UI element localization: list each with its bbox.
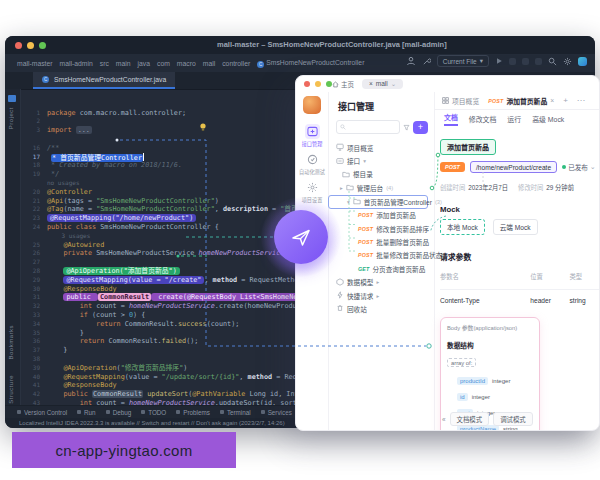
chevron-down-icon[interactable]: ▾ (347, 199, 350, 205)
debug-icon[interactable] (509, 58, 516, 65)
tool-window-button[interactable]: Debug (106, 409, 132, 416)
local-mock-chip[interactable]: 本地 Mock (440, 219, 485, 235)
tree-item[interactable]: 回收站 (328, 302, 434, 315)
overview-icon (442, 97, 449, 104)
doc-tab-3[interactable]: 运行 (507, 114, 521, 124)
run-config-dropdown[interactable]: Current File ▾ (437, 55, 489, 67)
debug-mode-button[interactable]: 调试模式 (493, 412, 533, 426)
breadcrumb-item[interactable]: java (138, 60, 150, 67)
doc-tab-1[interactable]: 文档 (444, 112, 458, 126)
line-number: 22 (20, 205, 47, 214)
tree-item[interactable]: 接口▾ (328, 154, 434, 167)
collapse-icon[interactable]: « (442, 416, 446, 423)
tab-endpoint[interactable]: POST 添加首页新品 × (488, 96, 554, 106)
breadcrumb-item[interactable]: mall (203, 60, 215, 67)
tree-item[interactable]: 快捷请求▸ (328, 289, 434, 302)
tool-window-button[interactable]: Terminal (220, 409, 251, 416)
ide-toolbar: Current File ▾ (406, 55, 587, 67)
wrench-icon[interactable] (422, 57, 431, 66)
param-row: Content-Typeheaderstring (440, 289, 599, 304)
tool-window-bookmarks[interactable]: Bookmarks (8, 325, 14, 360)
window-controls[interactable] (304, 81, 332, 87)
user-icon[interactable] (406, 56, 416, 66)
tree-item-label: 快捷请求 (347, 291, 373, 301)
model-icon (336, 278, 344, 287)
search-input[interactable] (336, 120, 400, 134)
tool-icon (176, 410, 180, 414)
publish-status[interactable]: 已发布 ⌄ (562, 162, 595, 172)
close-window-icon[interactable] (304, 81, 310, 87)
line-number: 24 (20, 223, 47, 232)
chevron-icon[interactable]: ▸ (376, 279, 379, 285)
mock-chips: 本地 Mock 云端 Mock (440, 219, 599, 235)
search-icon[interactable] (548, 57, 557, 66)
maximize-window-icon[interactable] (39, 42, 46, 49)
minimize-window-icon[interactable] (27, 42, 34, 49)
avatar[interactable] (578, 57, 587, 66)
get-method-tag: GET (358, 266, 370, 272)
breadcrumb-item[interactable]: com (157, 60, 170, 67)
filter-icon[interactable] (403, 124, 410, 131)
breadcrumb-item[interactable]: mall-admin (60, 60, 93, 67)
doc-tab-4[interactable]: 高级 Mock (532, 114, 564, 124)
breadcrumb-item[interactable]: macro (177, 60, 196, 67)
tree-item[interactable]: 数据模型▸ (328, 276, 434, 289)
tree-item-label: 数据模型 (347, 277, 373, 287)
breadcrumb: mall-mastermall-adminsrcmainjavacommacro… (5, 59, 364, 68)
tab-overview[interactable]: 项目概览 (442, 96, 479, 106)
line-number: 1 (20, 109, 47, 118)
tree-item-endpoint[interactable]: POST添加首页新品 (328, 209, 434, 222)
tool-window-button[interactable]: Version Control (17, 409, 67, 416)
new-tab-button[interactable]: + (563, 96, 568, 105)
chevron-icon[interactable]: ▾ (363, 158, 366, 164)
project-tab[interactable]: × mall ⌄ (362, 79, 403, 89)
chevron-right-icon[interactable]: ▸ (340, 185, 343, 191)
tool-window-button[interactable]: Services (261, 409, 292, 416)
avatar[interactable] (303, 96, 321, 114)
tool-window-button[interactable]: Problems (176, 409, 210, 416)
home-tab[interactable]: 主页 (332, 79, 354, 89)
tree-item[interactable]: ▾首页新品管理Controller(3) (328, 195, 428, 209)
close-icon[interactable]: × (550, 97, 554, 104)
chevron-icon[interactable]: ▸ (376, 293, 379, 299)
run-icon[interactable] (495, 57, 503, 65)
settings-icon (305, 180, 320, 195)
window-controls[interactable] (15, 42, 46, 49)
tool-window-structure[interactable]: Structure (8, 375, 14, 404)
breadcrumb-item[interactable]: controller (222, 60, 250, 67)
tree-item-endpoint[interactable]: POST批量删除首页新品 (328, 235, 434, 248)
close-icon[interactable]: × (369, 80, 373, 87)
tree-item[interactable]: ▸管理后台(4) (328, 181, 434, 194)
close-window-icon[interactable] (15, 42, 22, 49)
breadcrumb-item[interactable]: main (116, 60, 131, 67)
tool-icon (17, 410, 21, 414)
tree-item[interactable]: 项目概览 (328, 141, 434, 154)
project-folder-icon[interactable] (8, 95, 16, 102)
doc-mode-button[interactable]: 文档模式 (450, 412, 490, 426)
cloud-mock-chip[interactable]: 云端 Mock (493, 219, 538, 235)
tool-window-button[interactable]: Run (77, 409, 96, 416)
doc-tab-2[interactable]: 修改文档 (469, 114, 497, 124)
stop-icon[interactable] (535, 58, 542, 65)
rail-item-automation[interactable]: 自动化测试 (296, 152, 328, 176)
minimize-window-icon[interactable] (315, 81, 321, 87)
breadcrumb-item[interactable]: src (100, 60, 109, 67)
add-button[interactable]: + (413, 121, 428, 134)
tool-window-button[interactable]: TODO (141, 409, 166, 416)
tree-item[interactable]: 根目录 (328, 168, 434, 181)
folder-icon (353, 197, 361, 206)
breadcrumb-item[interactable]: CSmsHomeNewProductController (257, 59, 364, 68)
editor-tab[interactable]: C SmsHomeNewProductController.java (33, 72, 175, 89)
gear-icon[interactable] (563, 57, 572, 66)
tree-item-endpoint[interactable]: POST修改首页新品排序 (328, 222, 434, 235)
breadcrumb-item[interactable]: mall-master (17, 60, 53, 67)
tool-window-project[interactable]: Project (8, 107, 14, 129)
status-dot (562, 165, 566, 169)
more-icon[interactable]: ⋯ (577, 96, 585, 105)
overview-icon (336, 143, 344, 152)
rail-item-api-mgmt[interactable]: 接口管理 (296, 124, 328, 148)
post-method-tag: POST (358, 226, 373, 232)
tree-item-endpoint[interactable]: POST批量修改首页新品状态 (328, 249, 434, 262)
tree-item-endpoint[interactable]: GET分页查询首页新品 (328, 262, 434, 275)
profile-icon[interactable] (522, 58, 529, 65)
